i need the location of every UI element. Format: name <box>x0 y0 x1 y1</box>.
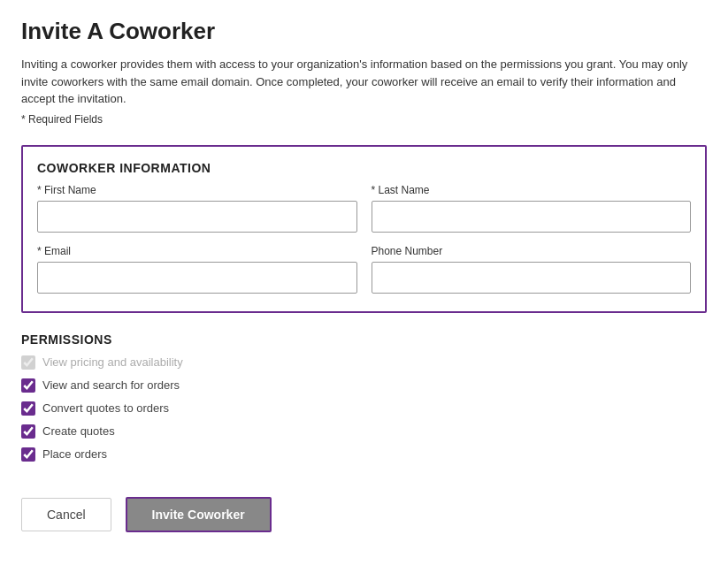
permission-checkbox-quotes[interactable] <box>21 424 35 439</box>
coworker-section-title: COWORKER INFORMATION <box>37 161 691 175</box>
permission-checkbox-orders[interactable] <box>21 378 35 393</box>
permission-label-pricing: View pricing and availability <box>42 355 183 369</box>
last-name-label: * Last Name <box>372 184 692 196</box>
name-row: * First Name * Last Name <box>37 184 691 233</box>
coworker-info-section: COWORKER INFORMATION * First Name * Last… <box>21 145 707 313</box>
permission-checkbox-convert[interactable] <box>21 401 35 416</box>
permission-item-pricing: View pricing and availability <box>21 355 707 370</box>
first-name-input[interactable] <box>37 201 357 233</box>
permission-item-orders: View and search for orders <box>21 378 707 393</box>
email-input[interactable] <box>37 262 357 294</box>
permission-checkbox-pricing[interactable] <box>21 355 35 370</box>
buttons-section: Cancel Invite Coworker <box>21 488 707 532</box>
email-group: * Email <box>37 245 357 294</box>
permissions-section-title: PERMISSIONS <box>21 332 707 347</box>
required-note: * Required Fields <box>21 113 707 126</box>
email-label: * Email <box>37 245 357 257</box>
first-name-group: * First Name <box>37 184 357 233</box>
phone-label: Phone Number <box>372 245 692 257</box>
phone-group: Phone Number <box>372 245 692 294</box>
phone-input[interactable] <box>372 262 692 294</box>
permission-label-orders: View and search for orders <box>42 378 180 392</box>
permission-label-quotes: Create quotes <box>42 424 115 438</box>
cancel-button[interactable]: Cancel <box>21 498 111 531</box>
invite-coworker-button[interactable]: Invite Coworker <box>126 497 272 532</box>
page-description: Inviting a coworker provides them with a… <box>21 56 707 108</box>
contact-row: * Email Phone Number <box>37 245 691 294</box>
permission-item-quotes: Create quotes <box>21 424 707 439</box>
permission-item-convert: Convert quotes to orders <box>21 401 707 416</box>
permission-item-place: Place orders <box>21 447 707 462</box>
last-name-input[interactable] <box>372 201 692 233</box>
first-name-label: * First Name <box>37 184 357 196</box>
permissions-section: PERMISSIONS View pricing and availabilit… <box>21 332 707 462</box>
page-title: Invite A Coworker <box>21 18 707 45</box>
permission-checkbox-place[interactable] <box>21 447 35 462</box>
last-name-group: * Last Name <box>372 184 692 233</box>
permission-label-place: Place orders <box>42 447 107 461</box>
permission-label-convert: Convert quotes to orders <box>42 401 169 415</box>
